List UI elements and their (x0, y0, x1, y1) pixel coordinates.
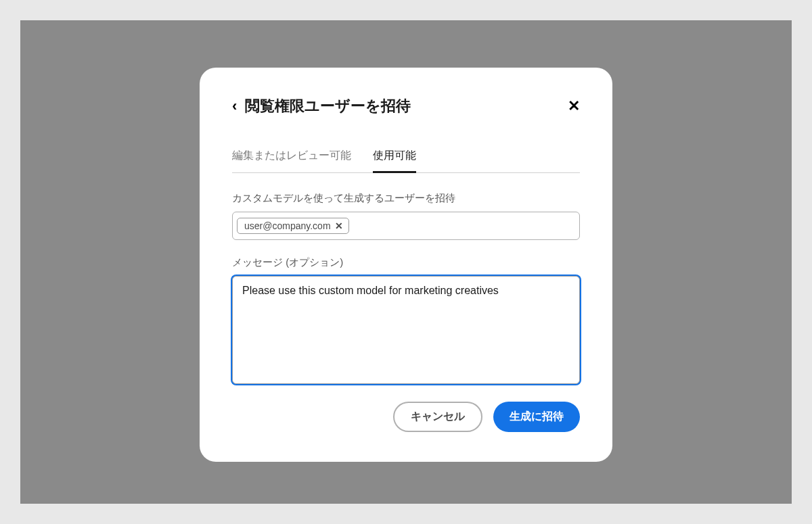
message-textarea[interactable] (232, 276, 580, 384)
dialog-title: 閲覧権限ユーザーを招待 (245, 96, 411, 116)
user-chip: user@company.com ✕ (237, 218, 349, 234)
message-label: メッセージ (オプション) (232, 256, 580, 269)
chip-text: user@company.com (244, 220, 331, 231)
chip-remove-icon[interactable]: ✕ (335, 220, 343, 231)
invite-label: カスタムモデルを使って生成するユーザーを招待 (232, 192, 580, 205)
invite-user-input[interactable]: user@company.com ✕ (232, 212, 580, 240)
modal-backdrop: ‹ 閲覧権限ユーザーを招待 ✕ 編集またはレビュー可能 使用可能 カスタムモデル… (20, 20, 792, 504)
back-icon[interactable]: ‹ (232, 97, 237, 115)
invite-dialog: ‹ 閲覧権限ユーザーを招待 ✕ 編集またはレビュー可能 使用可能 カスタムモデル… (200, 68, 612, 462)
tab-usable[interactable]: 使用可能 (373, 149, 416, 172)
dialog-header: ‹ 閲覧権限ユーザーを招待 ✕ (232, 96, 580, 116)
cancel-button[interactable]: キャンセル (393, 402, 482, 432)
tabs: 編集またはレビュー可能 使用可能 (232, 149, 580, 173)
close-icon[interactable]: ✕ (568, 97, 580, 115)
dialog-title-wrap: ‹ 閲覧権限ユーザーを招待 (232, 96, 411, 116)
dialog-footer: キャンセル 生成に招待 (232, 402, 580, 432)
tab-edit-review[interactable]: 編集またはレビュー可能 (232, 149, 351, 172)
invite-button[interactable]: 生成に招待 (493, 402, 580, 432)
